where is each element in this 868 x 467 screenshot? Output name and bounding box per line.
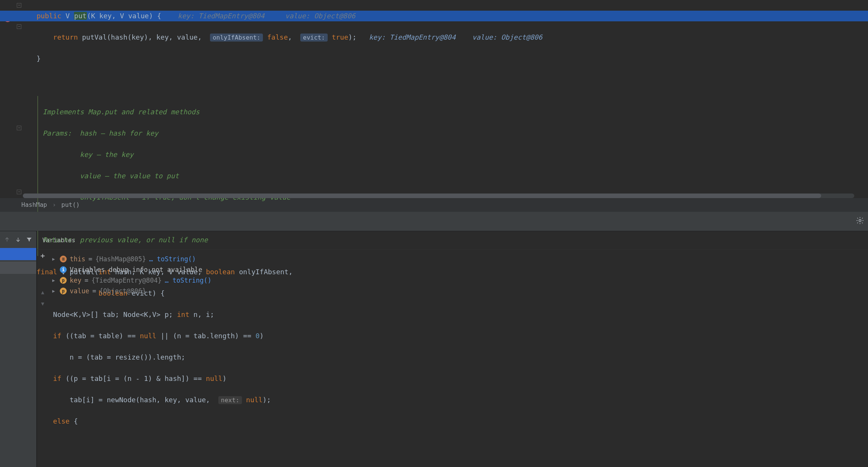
tostring-link[interactable]: … toString() (165, 275, 211, 286)
tostring-link[interactable]: … toString() (149, 254, 196, 264)
code-editor[interactable]: − − − − public V put(K key, V value) { k… (0, 0, 868, 198)
frames-tab[interactable] (0, 262, 36, 274)
method-name-put: put (74, 12, 87, 20)
variables-toolbar: + ▲ ▼ (37, 248, 48, 306)
inline-hint-key: key: TiedMapEntry@804 (369, 33, 456, 41)
code-content[interactable]: public V put(K key, V value) { key: Tied… (23, 0, 868, 198)
fold-marker-icon[interactable]: − (17, 190, 21, 194)
variable-row-this[interactable]: ▶ ≡ this = {HashMap@805} … toString() (52, 254, 864, 264)
variable-row-key[interactable]: ▶ p key = {TiedMapEntry@804} … toString(… (52, 275, 864, 286)
arrow-up-icon[interactable] (4, 236, 10, 243)
tool-window-header (0, 212, 868, 231)
arrow-down-icon[interactable] (15, 236, 21, 243)
svg-point-0 (859, 219, 861, 222)
horizontal-scrollbar[interactable] (23, 194, 854, 198)
editor-gutter: − − − − (0, 0, 23, 198)
code-line: } (37, 53, 868, 64)
param-hint-evict: evict: (300, 34, 328, 42)
move-up-icon[interactable]: ▲ (41, 290, 44, 294)
fold-marker-icon[interactable]: − (17, 24, 21, 29)
filter-icon[interactable] (26, 236, 32, 243)
object-icon: ≡ (60, 256, 67, 262)
add-watch-icon[interactable]: + (40, 250, 45, 261)
inline-hint-key: key: TiedMapEntry@804 (178, 12, 265, 20)
fold-marker-icon[interactable]: − (17, 3, 21, 8)
variables-list[interactable]: ▶ ≡ this = {HashMap@805} … toString() i … (37, 250, 868, 300)
param-hint-onlyIfAbsent: onlyIfAbsent: (210, 34, 263, 42)
chevron-right-icon[interactable]: ▶ (52, 254, 57, 264)
variable-row-value[interactable]: ▶ p value = {Object@806} (52, 286, 864, 296)
variable-row-info: i Variables debug info not available (52, 264, 864, 275)
code-line-current: return putVal(hash(key), key, value, onl… (37, 32, 868, 43)
scrollbar-thumb[interactable] (23, 194, 821, 198)
chevron-right-icon[interactable]: ▶ (52, 286, 57, 296)
debug-toolbar (0, 231, 37, 467)
frames-tab-selected[interactable] (0, 248, 36, 260)
variables-header: Variables (37, 231, 868, 250)
code-line: public V put(K key, V value) { key: Tied… (37, 11, 868, 21)
gear-icon[interactable] (856, 216, 864, 225)
blank-line (37, 75, 868, 85)
debug-panel: Variables + ▲ ▼ ▶ ≡ this = {HashMap@805}… (0, 231, 868, 467)
parameter-icon: p (60, 277, 67, 284)
move-down-icon[interactable]: ▼ (41, 301, 44, 306)
inline-hint-value: value: Object@806 (472, 33, 542, 41)
chevron-right-icon[interactable]: ▶ (52, 275, 57, 286)
fold-marker-icon[interactable]: − (17, 126, 21, 130)
parameter-icon: p (60, 288, 67, 294)
inline-hint-value: value: Object@806 (285, 12, 355, 20)
variables-pane: Variables + ▲ ▼ ▶ ≡ this = {HashMap@805}… (37, 231, 868, 467)
info-icon: i (60, 266, 67, 273)
